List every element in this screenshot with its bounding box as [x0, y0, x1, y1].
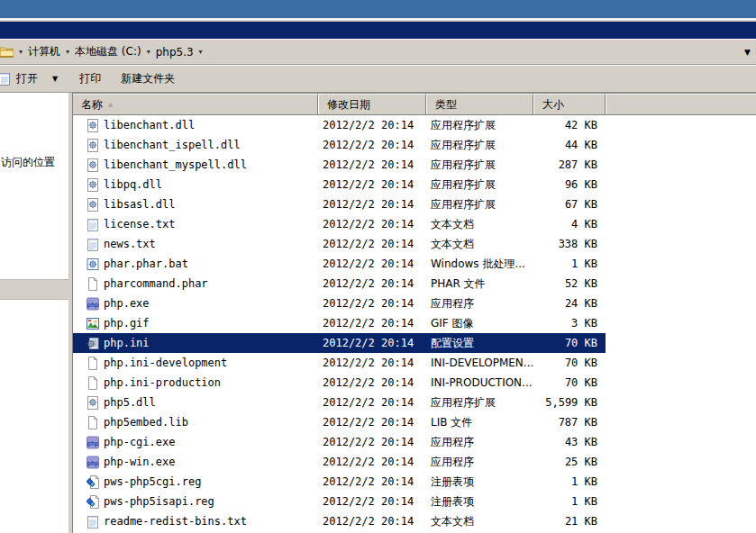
- file-name-cell[interactable]: news.txt: [73, 234, 318, 254]
- file-size-cell: 4 KB: [533, 214, 606, 234]
- file-row-libenchant_myspell.dll[interactable]: libenchant_myspell.dll2012/2/2 20:14应用程序…: [73, 155, 756, 175]
- file-row-pws-php5cgi.reg[interactable]: pws-php5cgi.reg2012/2/2 20:14注册表项1 KB: [73, 472, 756, 492]
- navigation-pane: 访问的位置: [0, 93, 68, 533]
- file-name-cell[interactable]: phpphp.exe: [73, 294, 318, 313]
- row-filler: [606, 214, 756, 234]
- row-filler: [606, 274, 756, 294]
- new-folder-button[interactable]: 新建文件夹: [117, 68, 178, 89]
- file-name-cell[interactable]: license.txt: [73, 214, 318, 234]
- file-type-cell: 应用程序: [426, 452, 533, 472]
- file-size-cell: 70 KB: [533, 353, 606, 373]
- file-row-libpq.dll[interactable]: libpq.dll2012/2/2 20:14应用程序扩展96 KB: [73, 175, 756, 194]
- sort-ascending-icon: [108, 101, 113, 108]
- file-row-php.ini-production[interactable]: php.ini-production2012/2/2 20:14INI-PROD…: [73, 373, 756, 393]
- file-row-libenchant_ispell.dll[interactable]: libenchant_ispell.dll2012/2/2 20:14应用程序扩…: [73, 135, 756, 155]
- address-history-dropdown-icon[interactable]: [744, 48, 751, 57]
- chevron-down-icon[interactable]: [143, 48, 154, 56]
- file-size-cell: 70 KB: [533, 333, 606, 353]
- file-row-pws-php5isapi.reg[interactable]: pws-php5isapi.reg2012/2/2 20:14注册表项1 KB: [73, 492, 756, 511]
- file-type-cell: 配置设置: [426, 333, 533, 353]
- open-button[interactable]: 打开: [13, 68, 41, 89]
- date-modified-cell: 2012/2/2 20:14: [318, 313, 426, 333]
- file-row-php.ini[interactable]: php.ini2012/2/2 20:14配置设置70 KB: [73, 333, 756, 353]
- file-name-label: phar.phar.bat: [104, 257, 188, 270]
- file-size-cell: 67 KB: [533, 194, 606, 214]
- file-name-cell[interactable]: php.gif: [73, 313, 318, 333]
- file-name-label: libenchant_myspell.dll: [104, 158, 247, 171]
- reg-file-icon: [87, 475, 99, 489]
- file-type-cell: 应用程序扩展: [426, 393, 533, 412]
- row-filler: [606, 175, 756, 194]
- date-modified-cell: 2012/2/2 20:14: [318, 194, 426, 214]
- file-size-cell: 287 KB: [533, 155, 606, 175]
- file-name-cell[interactable]: libenchant.dll: [73, 115, 318, 135]
- file-row-php.gif[interactable]: php.gif2012/2/2 20:14GIF 图像3 KB: [73, 313, 756, 333]
- file-name-cell[interactable]: readme-redist-bins.txt: [73, 511, 318, 531]
- sidebar-item-recent-places[interactable]: 访问的位置: [1, 155, 68, 170]
- file-row-libenchant.dll[interactable]: libenchant.dll2012/2/2 20:14应用程序扩展42 KB: [73, 115, 756, 135]
- date-modified-cell: 2012/2/2 20:14: [318, 412, 426, 432]
- date-modified-cell: 2012/2/2 20:14: [318, 175, 426, 194]
- column-header-date-modified[interactable]: 修改日期: [318, 94, 426, 114]
- file-row-license.txt[interactable]: license.txt2012/2/2 20:14文本文档4 KB: [73, 214, 756, 234]
- print-button[interactable]: 打印: [76, 68, 105, 89]
- file-row-php.exe[interactable]: phpphp.exe2012/2/2 20:14应用程序24 KB: [73, 294, 756, 313]
- file-name-cell[interactable]: pws-php5isapi.reg: [73, 492, 318, 511]
- file-name-cell[interactable]: php.ini: [73, 333, 318, 353]
- file-type-cell: 应用程序扩展: [426, 194, 533, 214]
- row-filler: [606, 194, 756, 214]
- file-row-php-win.exe[interactable]: phpphp-win.exe2012/2/2 20:14应用程序25 KB: [73, 452, 756, 472]
- file-name-cell[interactable]: phpphp-win.exe: [73, 452, 318, 472]
- column-header-name[interactable]: 名称: [73, 94, 318, 114]
- file-row-phar.phar.bat[interactable]: phar.phar.bat2012/2/2 20:14Windows 批处理..…: [73, 254, 756, 274]
- file-name-cell[interactable]: php.ini-production: [73, 373, 318, 393]
- php-file-icon: php: [87, 297, 99, 311]
- dll-file-icon: [87, 396, 99, 410]
- file-name-cell[interactable]: phpphp-cgi.exe: [73, 432, 318, 452]
- file-name-cell[interactable]: pws-php5cgi.reg: [73, 472, 318, 492]
- file-row-libsasl.dll[interactable]: libsasl.dll2012/2/2 20:14应用程序扩展67 KB: [73, 194, 756, 214]
- file-name-label: libsasl.dll: [104, 198, 175, 211]
- file-name-cell[interactable]: libenchant_myspell.dll: [73, 155, 318, 175]
- chevron-down-icon[interactable]: [196, 48, 206, 56]
- row-filler: [606, 393, 756, 412]
- breadcrumb-php53[interactable]: php5.3: [154, 44, 196, 60]
- breadcrumb-local-disk-c[interactable]: 本地磁盘 (C:): [73, 42, 143, 61]
- row-filler: [606, 353, 756, 373]
- file-row-php5embed.lib[interactable]: php5embed.lib2012/2/2 20:14LIB 文件787 KB: [73, 412, 756, 432]
- address-bar[interactable]: 计算机 本地磁盘 (C:) php5.3: [0, 39, 756, 65]
- title-bar: [0, 22, 756, 39]
- php-file-icon: php: [87, 436, 99, 449]
- open-dropdown-icon[interactable]: [52, 75, 58, 83]
- dll-file-icon: [87, 178, 99, 192]
- file-name-cell[interactable]: libenchant_ispell.dll: [73, 135, 318, 155]
- file-row-pharcommand.phar[interactable]: pharcommand.phar2012/2/2 20:14PHAR 文件52 …: [73, 274, 756, 294]
- file-row-php5.dll[interactable]: php5.dll2012/2/2 20:14应用程序扩展5,599 KB: [73, 393, 756, 412]
- file-row-news.txt[interactable]: news.txt2012/2/2 20:14文本文档338 KB: [73, 234, 756, 254]
- file-size-cell: 25 KB: [533, 452, 606, 472]
- file-size-cell: 3 KB: [533, 313, 606, 333]
- gif-file-icon: [87, 317, 99, 330]
- txt-file-icon: [87, 515, 99, 528]
- date-modified-cell: 2012/2/2 20:14: [318, 472, 426, 492]
- row-filler: [606, 511, 756, 531]
- file-name-cell[interactable]: pharcommand.phar: [73, 274, 318, 294]
- row-filler: [606, 115, 756, 135]
- breadcrumb-computer[interactable]: 计算机: [26, 42, 62, 61]
- column-header-type[interactable]: 类型: [426, 94, 533, 114]
- file-name-cell[interactable]: phar.phar.bat: [73, 254, 318, 274]
- file-size-cell: 44 KB: [533, 135, 606, 155]
- file-name-cell[interactable]: libpq.dll: [73, 175, 318, 194]
- file-row-readme-redist-bins.txt[interactable]: readme-redist-bins.txt2012/2/2 20:14文本文档…: [73, 511, 756, 531]
- column-header-size[interactable]: 大小: [533, 94, 606, 114]
- file-row-php.ini-development[interactable]: php.ini-development2012/2/2 20:14INI-DEV…: [73, 353, 756, 373]
- chevron-down-icon[interactable]: [62, 48, 73, 56]
- file-name-cell[interactable]: php5embed.lib: [73, 412, 318, 432]
- file-name-cell[interactable]: libsasl.dll: [73, 194, 318, 214]
- chevron-down-icon[interactable]: [15, 48, 26, 56]
- file-name-cell[interactable]: php.ini-development: [73, 353, 318, 373]
- file-size-cell: 1 KB: [533, 254, 606, 274]
- file-row-php-cgi.exe[interactable]: phpphp-cgi.exe2012/2/2 20:14应用程序43 KB: [73, 432, 756, 452]
- file-name-cell[interactable]: php5.dll: [73, 393, 318, 412]
- date-modified-cell: 2012/2/2 20:14: [318, 294, 426, 313]
